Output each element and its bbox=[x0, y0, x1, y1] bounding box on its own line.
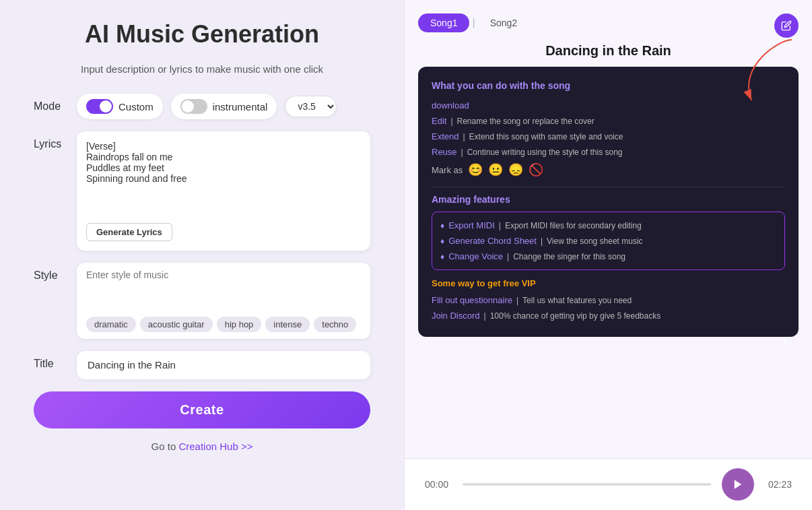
app-title: AI Music Generation bbox=[34, 20, 370, 49]
emoji-block[interactable]: 🚫 bbox=[529, 162, 543, 177]
time-start: 00:00 bbox=[425, 479, 452, 490]
player-bar: 00:00 02:23 bbox=[405, 458, 812, 510]
change-voice-sep: | bbox=[507, 252, 509, 261]
questionnaire-link[interactable]: Fill out questionnaire bbox=[432, 295, 512, 305]
tabs-row: Song1 | Song2 bbox=[418, 13, 799, 32]
questionnaire-sep: | bbox=[516, 296, 518, 305]
custom-toggle[interactable] bbox=[86, 99, 113, 114]
change-voice-link[interactable]: Change Voice bbox=[448, 251, 503, 261]
instrumental-toggle[interactable] bbox=[180, 99, 207, 114]
edit-desc-text: Rename the song or replace the cover bbox=[457, 117, 595, 126]
mode-label: Mode bbox=[34, 94, 66, 113]
time-end: 02:23 bbox=[765, 479, 792, 490]
right-panel: Song1 | Song2 Dancing in the Rain What y… bbox=[404, 0, 812, 510]
version-select[interactable]: v3.5 v3.0 bbox=[285, 96, 337, 117]
lyrics-label: Lyrics bbox=[34, 131, 66, 150]
style-tag-hiphop[interactable]: hip hop bbox=[217, 317, 262, 332]
title-input[interactable] bbox=[88, 359, 360, 371]
generate-chord-sep: | bbox=[541, 236, 543, 246]
lyrics-row: Lyrics [Verse] Raindrops fall on me Pudd… bbox=[34, 131, 370, 251]
left-panel: AI Music Generation Input description or… bbox=[0, 0, 404, 510]
mark-as-row: Mark as 😊 😐 😞 🚫 bbox=[432, 160, 785, 180]
feature-chord: ♦ Generate Chord Sheet | View the song s… bbox=[440, 233, 776, 249]
play-button[interactable] bbox=[722, 468, 754, 501]
extend-sep: | bbox=[463, 132, 465, 141]
style-label: Style bbox=[34, 263, 66, 282]
export-midi-link[interactable]: Export MIDI bbox=[448, 220, 495, 230]
export-midi-desc: Export MIDI files for secondary editing bbox=[505, 221, 642, 230]
popup-edit: Edit | Rename the song or replace the co… bbox=[432, 113, 785, 129]
popup-extend: Extend | Extend this song with same styl… bbox=[432, 129, 785, 144]
diamond-icon-3: ♦ bbox=[440, 252, 444, 261]
edit-link[interactable]: Edit bbox=[432, 116, 446, 126]
title-box bbox=[77, 351, 370, 379]
vip-title: Some way to get free VIP bbox=[432, 278, 785, 288]
amazing-features-section: Amazing features ♦ Export MIDI | Export … bbox=[432, 194, 785, 270]
instrumental-label: instrumental bbox=[213, 101, 268, 113]
creation-hub-text: Go to Creation Hub >> bbox=[34, 441, 370, 452]
edit-icon-button[interactable] bbox=[774, 13, 799, 38]
app-subtitle: Input description or lyrics to make musi… bbox=[34, 63, 370, 75]
reuse-link[interactable]: Reuse bbox=[432, 147, 457, 157]
style-box: dramatic acoustic guitar hip hop intense… bbox=[77, 263, 370, 339]
edit-desc: | bbox=[450, 117, 452, 126]
tab-song1[interactable]: Song1 bbox=[418, 13, 469, 32]
extend-desc-text: Extend this song with same style and voi… bbox=[469, 132, 623, 141]
export-midi-sep: | bbox=[499, 221, 501, 230]
popup-card: What you can do with the song download E… bbox=[418, 67, 799, 337]
tab-song2[interactable]: Song2 bbox=[478, 13, 529, 32]
popup-download: download bbox=[432, 98, 785, 113]
generate-chord-link[interactable]: Generate Chord Sheet bbox=[448, 236, 537, 246]
discord-sep: | bbox=[484, 311, 486, 321]
generate-chord-desc: View the song sheet music bbox=[547, 236, 643, 246]
title-label: Title bbox=[34, 351, 66, 370]
download-link[interactable]: download bbox=[432, 100, 469, 110]
style-tag-dramatic[interactable]: dramatic bbox=[86, 317, 136, 332]
svg-marker-1 bbox=[735, 480, 742, 489]
diamond-icon-1: ♦ bbox=[440, 221, 444, 230]
popup-reuse: Reuse | Continue writing using the style… bbox=[432, 144, 785, 160]
vip-section: Some way to get free VIP Fill out questi… bbox=[432, 278, 785, 323]
mode-row: Mode Custom instrumental v3.5 v3.0 bbox=[34, 94, 370, 119]
mode-controls: Custom instrumental v3.5 v3.0 bbox=[77, 94, 370, 119]
create-button[interactable]: Create bbox=[34, 391, 370, 428]
popup-section1-title: What you can do with the song bbox=[432, 80, 785, 91]
discord-link[interactable]: Join Discord bbox=[432, 311, 480, 321]
custom-toggle-group: Custom bbox=[77, 94, 163, 119]
extend-link[interactable]: Extend bbox=[432, 131, 459, 141]
emoji-neutral[interactable]: 😐 bbox=[488, 162, 503, 177]
mark-as-label: Mark as bbox=[432, 165, 463, 175]
creation-hub-prefix: Go to bbox=[151, 441, 179, 452]
diamond-icon-2: ♦ bbox=[440, 236, 444, 246]
style-tag-techno[interactable]: techno bbox=[314, 317, 356, 332]
discord-desc: 100% chance of getting vip by give 5 fee… bbox=[490, 311, 661, 321]
change-voice-desc: Change the singer for this song bbox=[513, 252, 625, 261]
popup-divider bbox=[432, 187, 785, 187]
questionnaire-desc: Tell us what features you need bbox=[522, 296, 632, 305]
feature-highlight-box: ♦ Export MIDI | Export MIDI files for se… bbox=[432, 212, 785, 270]
style-tag-intense[interactable]: intense bbox=[265, 317, 310, 332]
style-input[interactable] bbox=[86, 269, 361, 310]
feature-voice: ♦ Change Voice | Change the singer for t… bbox=[440, 249, 776, 264]
title-row: Title bbox=[34, 351, 370, 379]
progress-bar[interactable] bbox=[463, 483, 711, 486]
tab-divider: | bbox=[472, 17, 475, 29]
popup-section2-title: Amazing features bbox=[432, 194, 785, 205]
lyrics-box: [Verse] Raindrops fall on me Puddles at … bbox=[77, 131, 370, 251]
instrumental-toggle-group: instrumental bbox=[171, 94, 277, 119]
reuse-sep: | bbox=[461, 148, 463, 157]
custom-label: Custom bbox=[119, 101, 154, 113]
generate-lyrics-button[interactable]: Generate Lyrics bbox=[86, 223, 172, 241]
emoji-happy[interactable]: 😊 bbox=[468, 162, 483, 177]
reuse-desc-text: Continue writing using the style of this… bbox=[467, 148, 623, 157]
lyrics-input[interactable]: [Verse] Raindrops fall on me Puddles at … bbox=[86, 141, 361, 215]
feature-midi: ♦ Export MIDI | Export MIDI files for se… bbox=[440, 218, 776, 233]
emoji-sad[interactable]: 😞 bbox=[508, 162, 523, 177]
style-row: Style dramatic acoustic guitar hip hop i… bbox=[34, 263, 370, 339]
creation-hub-link[interactable]: Creation Hub >> bbox=[178, 441, 252, 452]
song-title-display: Dancing in the Rain bbox=[418, 43, 799, 59]
vip-questionnaire: Fill out questionnaire | Tell us what fe… bbox=[432, 292, 785, 308]
vip-discord: Join Discord | 100% chance of getting vi… bbox=[432, 308, 785, 323]
style-tags: dramatic acoustic guitar hip hop intense… bbox=[86, 317, 361, 332]
style-tag-acoustic[interactable]: acoustic guitar bbox=[140, 317, 213, 332]
